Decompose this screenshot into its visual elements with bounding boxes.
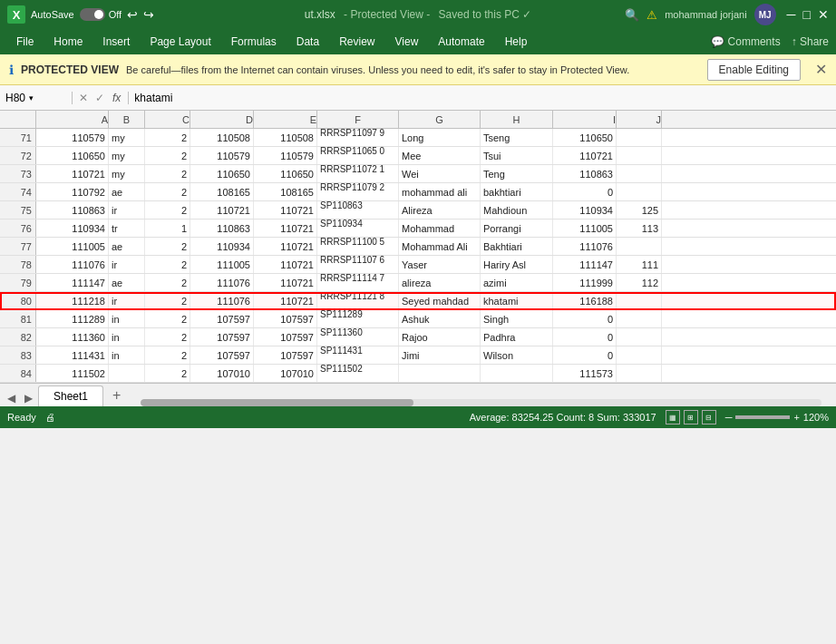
cell-h[interactable]: Teng [481, 165, 553, 182]
cell-a[interactable]: 111218 [36, 292, 109, 309]
cell-h[interactable]: Wilson [481, 346, 553, 364]
cell-i[interactable]: 0 [553, 346, 617, 364]
comments-icon[interactable]: 💬 Comments [711, 35, 780, 48]
cell-e[interactable]: 108165 [254, 183, 317, 200]
cell-j[interactable] [617, 365, 662, 382]
cell-j[interactable] [617, 165, 662, 182]
cell-b[interactable]: in [109, 310, 145, 327]
cell-b[interactable]: ae [109, 274, 145, 291]
cell-j[interactable] [617, 310, 662, 327]
cell-f[interactable]: SP110863 [317, 201, 399, 219]
cell-f[interactable]: SP111360 [317, 328, 399, 346]
table-row[interactable]: 78 111076 ir 2 111005 110721 RRRSP11107 … [0, 256, 836, 274]
minimize-button[interactable]: ─ [787, 7, 796, 22]
cell-j[interactable]: 112 [617, 274, 662, 291]
cell-b[interactable]: ir [109, 256, 145, 273]
col-header-f[interactable]: F [317, 111, 399, 128]
cell-f[interactable]: SP110934 [317, 220, 399, 237]
enable-editing-button[interactable]: Enable Editing [707, 59, 801, 81]
cell-c[interactable]: 2 [145, 310, 190, 327]
cell-g[interactable]: Wei [399, 165, 481, 182]
cell-e[interactable]: 107010 [254, 365, 317, 382]
cell-f[interactable]: SP111289 [317, 310, 399, 327]
table-row[interactable]: 74 110792 ae 2 108165 108165 RRRSP11079 … [0, 183, 836, 201]
maximize-button[interactable]: □ [803, 7, 811, 22]
table-row[interactable]: 84 111502 2 107010 107010 SP111502 11157… [0, 365, 836, 383]
cell-e[interactable]: 107597 [254, 328, 317, 346]
cell-j[interactable]: 125 [617, 201, 662, 219]
cell-h[interactable]: Padhra [481, 328, 553, 346]
cell-j[interactable] [617, 292, 662, 309]
cell-b[interactable]: in [109, 328, 145, 346]
cell-d[interactable]: 110650 [190, 165, 254, 182]
cell-b[interactable]: ae [109, 183, 145, 200]
cell-g[interactable] [399, 365, 481, 382]
cell-d[interactable]: 110579 [190, 147, 254, 164]
cell-c[interactable]: 2 [145, 165, 190, 182]
cell-e[interactable]: 107597 [254, 346, 317, 364]
cell-g[interactable]: Yaser [399, 256, 481, 273]
cell-d[interactable]: 107597 [190, 310, 254, 327]
zoom-slider[interactable] [735, 415, 790, 419]
cell-a[interactable]: 110579 [36, 129, 109, 146]
cell-d[interactable]: 107597 [190, 346, 254, 364]
cell-e[interactable]: 110721 [254, 220, 317, 237]
cell-c[interactable]: 2 [145, 147, 190, 164]
col-header-b[interactable]: B [109, 111, 145, 128]
cell-g[interactable]: Mee [399, 147, 481, 164]
menu-insert[interactable]: Insert [93, 33, 139, 51]
menu-view[interactable]: View [386, 33, 428, 51]
cell-c[interactable]: 2 [145, 365, 190, 382]
cell-e[interactable]: 110721 [254, 238, 317, 255]
cell-i[interactable]: 110650 [553, 129, 617, 146]
cell-c[interactable]: 2 [145, 292, 190, 309]
cell-a[interactable]: 110863 [36, 201, 109, 219]
cell-e[interactable]: 110721 [254, 274, 317, 291]
zoom-increase-button[interactable]: + [793, 412, 799, 423]
cell-e[interactable]: 107597 [254, 310, 317, 327]
cell-f[interactable]: RRRSP11100 5 [317, 238, 399, 255]
table-row[interactable]: 72 110650 my 2 110579 110579 RRRSP11065 … [0, 147, 836, 165]
zoom-decrease-button[interactable]: ─ [725, 412, 733, 423]
nav-next-icon[interactable]: ▶ [21, 390, 36, 406]
cell-c[interactable]: 1 [145, 220, 190, 237]
cell-g[interactable]: Rajoo [399, 328, 481, 346]
table-row[interactable]: 73 110721 my 2 110650 110650 RRRSP11072 … [0, 165, 836, 183]
cell-g[interactable]: alireza [399, 274, 481, 291]
cell-h[interactable]: azimi [481, 274, 553, 291]
cell-d[interactable]: 111076 [190, 274, 254, 291]
cell-a[interactable]: 111289 [36, 310, 109, 327]
menu-page-layout[interactable]: Page Layout [141, 33, 219, 51]
cell-i[interactable]: 116188 [553, 292, 617, 309]
protected-bar-close-icon[interactable]: ✕ [815, 61, 827, 78]
col-header-a[interactable]: A [36, 111, 109, 128]
cell-j[interactable]: 113 [617, 220, 662, 237]
cell-reference-box[interactable]: H80 ▾ [0, 92, 73, 104]
cell-g[interactable]: Long [399, 129, 481, 146]
cell-e[interactable]: 110721 [254, 201, 317, 219]
cell-f[interactable]: RRRSP11097 9 [317, 129, 399, 146]
cell-c[interactable]: 2 [145, 183, 190, 200]
cell-b[interactable]: my [109, 129, 145, 146]
search-icon[interactable]: 🔍 [625, 8, 639, 22]
sheet-tab-sheet1[interactable]: Sheet1 [38, 385, 103, 406]
cell-i[interactable]: 111076 [553, 238, 617, 255]
col-header-c[interactable]: C [145, 111, 190, 128]
col-header-h[interactable]: H [481, 111, 553, 128]
cell-c[interactable]: 2 [145, 201, 190, 219]
cell-h[interactable]: Tsui [481, 147, 553, 164]
cell-f[interactable]: RRRSP11107 6 [317, 256, 399, 273]
cell-f[interactable]: RRRSP11079 2 [317, 183, 399, 200]
table-row[interactable]: 82 111360 in 2 107597 107597 SP111360 Ra… [0, 328, 836, 346]
table-row[interactable]: 71 110579 my 2 110508 110508 RRRSP11097 … [0, 129, 836, 147]
cell-c[interactable]: 2 [145, 129, 190, 146]
table-row[interactable]: 75 110863 ir 2 110721 110721 SP110863 Al… [0, 201, 836, 220]
cell-b[interactable] [109, 365, 145, 382]
cell-c[interactable]: 2 [145, 238, 190, 255]
cell-a[interactable]: 111147 [36, 274, 109, 291]
cell-a[interactable]: 111005 [36, 238, 109, 255]
cell-a[interactable]: 110792 [36, 183, 109, 200]
fx-icon[interactable]: fx [109, 92, 124, 104]
cell-d[interactable]: 111076 [190, 292, 254, 309]
cell-f[interactable]: RRRSP11121 8 [317, 292, 399, 309]
